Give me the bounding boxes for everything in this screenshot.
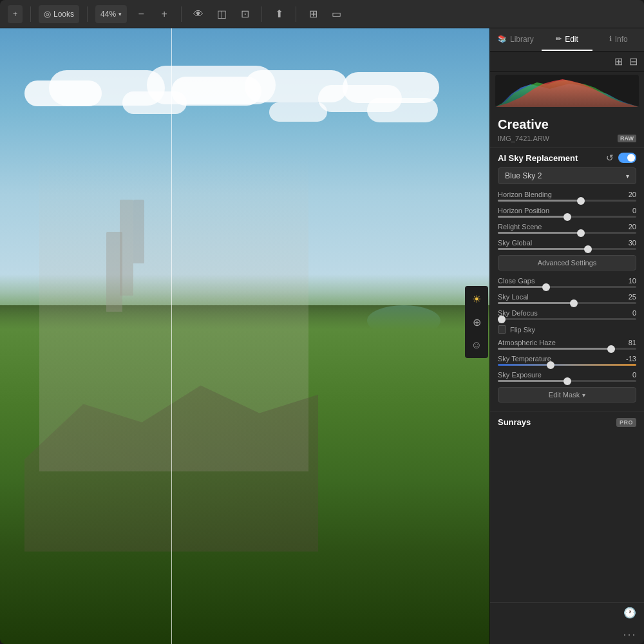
right-panel: 📚 Library ✏ Edit ℹ Info ⊞ ⊟ [489, 28, 644, 644]
horizon-position-track[interactable] [498, 216, 636, 218]
more-options-button[interactable]: ··· [623, 628, 636, 641]
atmospheric-haze-value: 81 [621, 339, 636, 346]
sky-exposure-fill [498, 380, 567, 382]
horizon-position-value: 0 [621, 207, 636, 214]
creative-section: Creative IMG_7421.ARW RAW [490, 109, 644, 147]
sky-global-value: 30 [621, 239, 636, 247]
relight-scene-track[interactable] [498, 232, 636, 234]
horizon-blending-label: Horizon Blending [498, 191, 552, 198]
adjustments-button[interactable]: ⊟ [628, 54, 639, 69]
sky-local-fill [498, 302, 574, 304]
atmospheric-haze-fill [498, 348, 611, 350]
horizon-blending-value: 20 [621, 191, 636, 198]
relight-scene-thumb[interactable] [577, 229, 585, 237]
histogram [495, 75, 639, 107]
target-tool-button[interactable]: ⊕ [468, 313, 486, 331]
tab-info[interactable]: ℹ Info [592, 28, 644, 51]
zoom-out-button[interactable]: − [132, 5, 150, 23]
sky-local-track[interactable] [498, 302, 636, 304]
tool-strip: ☀ ⊕ ☺ [465, 286, 488, 358]
horizon-position-fill [498, 216, 567, 218]
horizon-blending-fill [498, 200, 581, 202]
add-button[interactable]: + [8, 5, 23, 23]
tab-library[interactable]: 📚 Library [490, 28, 542, 51]
looks-icon: ◎ [44, 9, 51, 19]
atmospheric-haze-track[interactable] [498, 348, 636, 350]
section-title: Creative [490, 112, 644, 133]
preview-button[interactable]: 👁 [189, 5, 207, 23]
tab-edit-label: Edit [565, 35, 578, 44]
panel-bottom: 🕐 ··· [490, 602, 644, 644]
library-icon: 📚 [498, 35, 507, 43]
reset-button[interactable]: ↺ [605, 152, 614, 164]
close-gaps-label: Close Gaps [498, 277, 535, 285]
canvas-area[interactable] [0, 28, 489, 644]
slider-sky-local: Sky Local 25 [498, 293, 636, 304]
relight-scene-value: 20 [621, 223, 636, 231]
sky-defocus-value: 0 [621, 309, 636, 317]
close-gaps-thumb[interactable] [542, 283, 550, 291]
sunrays-section: Sunrays PRO [490, 412, 644, 432]
compare-button[interactable]: ◫ [213, 5, 231, 23]
pro-badge: PRO [616, 418, 636, 427]
flip-sky-label: Flip Sky [510, 326, 535, 334]
grid-button[interactable]: ⊞ [304, 5, 322, 23]
advanced-settings-button[interactable]: Advanced Settings [498, 255, 636, 270]
flip-sky-row: Flip Sky [498, 325, 636, 334]
slider-close-gaps: Close Gaps 10 [498, 277, 636, 288]
sky-temperature-value: -13 [621, 355, 636, 363]
atmospheric-haze-thumb[interactable] [607, 345, 615, 353]
sky-defocus-thumb[interactable] [498, 316, 506, 323]
crop-button[interactable]: ⊡ [236, 5, 254, 23]
sky-global-track[interactable] [498, 248, 636, 250]
zoom-selector[interactable]: 44% ▾ [95, 5, 127, 23]
tab-edit[interactable]: ✏ Edit [542, 28, 593, 51]
panel-actions: ⊞ ⊟ [490, 52, 644, 72]
layers-button[interactable]: ⊞ [613, 54, 624, 69]
zoom-in-button[interactable]: + [155, 5, 173, 23]
tool-header: AI Sky Replacement ↺ [498, 152, 636, 164]
edit-mask-label: Edit Mask [549, 391, 580, 399]
panel-scroll[interactable]: Creative IMG_7421.ARW RAW AI Sky Replace… [490, 109, 644, 602]
sky-temperature-track[interactable] [498, 364, 636, 366]
sun-tool-button[interactable]: ☀ [468, 290, 486, 308]
histogram-svg [495, 75, 639, 107]
zoom-chevron-icon: ▾ [118, 11, 122, 17]
toggle-button[interactable] [618, 153, 636, 163]
window-button[interactable]: ▭ [327, 5, 345, 23]
sky-temperature-thumb[interactable] [547, 361, 554, 369]
looks-button[interactable]: ◎ Looks [39, 5, 79, 23]
separator-3 [181, 6, 182, 22]
sky-global-fill [498, 248, 588, 250]
sky-exposure-value: 0 [621, 371, 636, 379]
toolbar: + ◎ Looks 44% ▾ − + 👁 ◫ ⊡ ⬆ ⊞ ▭ [0, 0, 644, 28]
compare-icon: ◫ [217, 8, 227, 20]
sky-defocus-track[interactable] [498, 318, 636, 320]
history-button[interactable]: 🕐 [622, 605, 638, 620]
horizon-position-thumb[interactable] [564, 213, 571, 221]
sky-exposure-track[interactable] [498, 380, 636, 382]
sky-dropdown[interactable]: Blue Sky 2 ▾ [498, 167, 636, 184]
sunrays-label: Sunrays [498, 417, 531, 427]
crop-icon: ⊡ [241, 8, 249, 20]
horizon-blending-track[interactable] [498, 200, 636, 202]
separator-2 [87, 6, 88, 22]
flip-sky-checkbox[interactable] [498, 325, 506, 334]
sky-exposure-thumb[interactable] [564, 377, 571, 385]
sky-exposure-label: Sky Exposure [498, 371, 542, 379]
dropdown-chevron-icon: ▾ [626, 173, 629, 180]
horizon-position-label: Horizon Position [498, 207, 549, 214]
face-tool-button[interactable]: ☺ [468, 336, 486, 354]
close-gaps-track[interactable] [498, 286, 636, 288]
sky-local-thumb[interactable] [570, 299, 578, 307]
slider-horizon-position: Horizon Position 0 [498, 207, 636, 218]
share-button[interactable]: ⬆ [270, 5, 288, 23]
edit-mask-button[interactable]: Edit Mask ▾ [498, 387, 636, 402]
sky-local-label: Sky Local [498, 293, 529, 301]
tool-controls: ↺ [605, 152, 636, 164]
sky-global-thumb[interactable] [584, 245, 592, 253]
horizon-blending-thumb[interactable] [577, 197, 585, 205]
separator-4 [261, 6, 262, 22]
relight-scene-fill [498, 232, 581, 234]
window-icon: ▭ [332, 8, 341, 20]
